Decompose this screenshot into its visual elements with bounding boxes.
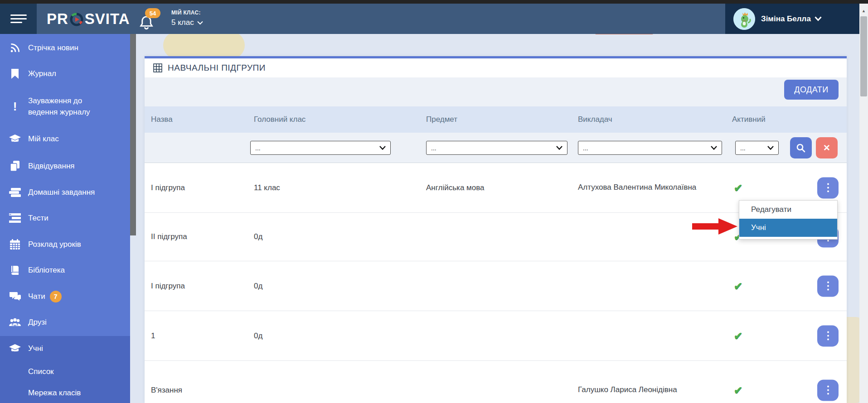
search-button[interactable]: [790, 137, 812, 158]
active-check-icon: ✔: [734, 384, 742, 396]
stack-icon: [8, 186, 22, 199]
add-button[interactable]: ДОДАТИ: [784, 80, 839, 100]
table-row: 1 0д ✔: [145, 311, 847, 361]
cell-subject: Англійська мова: [426, 163, 485, 212]
context-menu-item-students[interactable]: Учні: [739, 219, 837, 237]
scrollbar-up-icon[interactable]: ▲: [859, 7, 868, 14]
sidebar-subitem-class-network[interactable]: Мережа класів: [28, 389, 81, 398]
cell-main-class: 11 клас: [254, 163, 280, 212]
filter-row: ... ... ... ... ✕: [145, 133, 847, 163]
menu-toggle-button[interactable]: [0, 4, 37, 34]
my-class-selector[interactable]: МІЙ КЛАС: 5 клас: [171, 10, 203, 27]
page-scrollbar-thumb[interactable]: [860, 16, 867, 96]
graduation-cap-icon: [8, 342, 22, 355]
table-header-row: Назва Головний клас Предмет Викладач Акт…: [145, 106, 847, 133]
sidebar-item-label: Чати: [28, 292, 45, 301]
avatar: [733, 8, 755, 30]
cell-teacher: Галушко Лариса Леонідівна: [578, 361, 677, 403]
filter-select-value: ...: [583, 144, 588, 152]
my-class-value: 5 клас: [171, 18, 194, 27]
cell-name: І підгрупа: [151, 163, 185, 212]
search-icon: [796, 143, 806, 153]
sidebar-scrollbar-thumb[interactable]: [130, 34, 136, 235]
brand-logo[interactable]: PR SVITA: [47, 10, 130, 28]
sidebar-item-journal-remarks[interactable]: ! Зауваження до ведення журналу: [0, 93, 130, 120]
sidebar-item-label: Відвідування: [28, 162, 75, 171]
column-header-subject: Предмет: [426, 106, 457, 133]
filter-select-value: ...: [255, 144, 261, 152]
close-icon: ✕: [823, 143, 830, 153]
sidebar-item-journal[interactable]: Журнал: [0, 64, 130, 84]
row-actions-button[interactable]: [817, 275, 839, 297]
calendar-icon: [8, 238, 22, 251]
cell-name: В'язання: [151, 361, 182, 403]
filter-select-teacher[interactable]: ...: [578, 141, 722, 155]
panel-titlebar: НАВЧАЛЬНІ ПІДГРУПИ: [145, 58, 847, 77]
exclamation-icon: !: [8, 100, 22, 113]
chevron-down-icon: [556, 146, 563, 150]
notifications-badge: 54: [145, 8, 160, 18]
sidebar-subitem-list[interactable]: Список: [28, 367, 54, 376]
chevron-down-icon: [767, 146, 774, 150]
sidebar-item-attendance[interactable]: Відвідування: [0, 156, 130, 176]
active-check-icon: ✔: [734, 280, 742, 292]
sidebar-item-label: Стрічка новин: [28, 43, 78, 53]
notifications-button[interactable]: 54: [139, 11, 160, 31]
page-title: НАВЧАЛЬНІ ПІДГРУПИ: [168, 63, 266, 73]
column-header-active: Активний: [732, 106, 766, 133]
sidebar-item-label: Тести: [28, 214, 48, 223]
row-actions-button[interactable]: [817, 325, 839, 346]
column-header-name: Назва: [151, 106, 173, 133]
topbar: PR SVITA 54 МІЙ КЛАС: 5 клас: [0, 4, 868, 34]
sidebar: Стрічка новин Журнал ! Зауваження до вед…: [0, 34, 130, 403]
sidebar-item-chats[interactable]: Чати 7: [0, 287, 130, 307]
cell-main-class: 0д: [254, 311, 262, 360]
sidebar-item-homework[interactable]: Домашні завдання: [0, 182, 130, 202]
chevron-down-icon: [197, 21, 203, 25]
pages-icon: [8, 159, 22, 173]
page-scrollbar[interactable]: ▲: [859, 4, 868, 403]
graduation-cap-icon: [8, 132, 22, 146]
sidebar-item-tests[interactable]: Тести: [0, 208, 130, 228]
sidebar-item-friends[interactable]: Друзі: [0, 312, 130, 332]
active-check-icon: ✔: [734, 182, 742, 194]
book-icon: [8, 264, 22, 277]
rss-icon: [8, 41, 22, 55]
brand-play-icon: [69, 11, 84, 27]
table-icon: [153, 63, 162, 72]
browser-edge-strip: [0, 0, 868, 4]
filter-select-main-class[interactable]: ...: [250, 141, 391, 155]
row-actions-button[interactable]: [817, 177, 839, 198]
brand-text-pre: PR: [47, 10, 68, 28]
brand-text-post: SVITA: [85, 10, 130, 28]
sidebar-subitem-label: Мережа класів: [28, 389, 81, 397]
sidebar-item-label: Бібліотека: [28, 266, 65, 275]
column-header-teacher: Викладач: [578, 106, 612, 133]
clear-filter-button[interactable]: ✕: [816, 137, 838, 158]
chevron-down-icon: [379, 146, 386, 150]
user-menu[interactable]: Зіміна Белла: [725, 4, 859, 34]
active-check-icon: ✔: [734, 330, 742, 342]
bookmark-icon: [8, 67, 22, 81]
filter-select-value: ...: [431, 144, 436, 152]
subgroups-panel: НАВЧАЛЬНІ ПІДГРУПИ ДОДАТИ Назва Головний…: [145, 56, 847, 403]
sidebar-item-label: Друзі: [28, 318, 47, 327]
sidebar-item-my-class[interactable]: Мій клас: [0, 129, 130, 149]
cell-main-class: 0д: [254, 213, 262, 261]
row-actions-button[interactable]: [817, 379, 839, 401]
chevron-down-icon: [815, 16, 822, 21]
sidebar-item-news-feed[interactable]: Стрічка новин: [0, 38, 130, 58]
background-illustration: [163, 32, 245, 59]
column-header-main-class: Головний клас: [254, 106, 305, 133]
sidebar-item-schedule[interactable]: Розклад уроків: [0, 235, 130, 254]
filter-select-subject[interactable]: ...: [426, 141, 567, 155]
row-context-menu: Редагувати Учні: [739, 200, 838, 240]
my-class-label: МІЙ КЛАС:: [171, 10, 203, 16]
sidebar-item-label: Журнал: [28, 69, 56, 78]
filter-select-active[interactable]: ...: [735, 141, 779, 155]
cell-main-class: 0д: [254, 261, 262, 311]
sidebar-item-students[interactable]: Учні: [0, 339, 130, 359]
sidebar-item-library[interactable]: Бібліотека: [0, 260, 130, 280]
context-menu-item-edit[interactable]: Редагувати: [739, 201, 837, 219]
sidebar-item-label: Зауваження до ведення журналу: [28, 95, 112, 118]
